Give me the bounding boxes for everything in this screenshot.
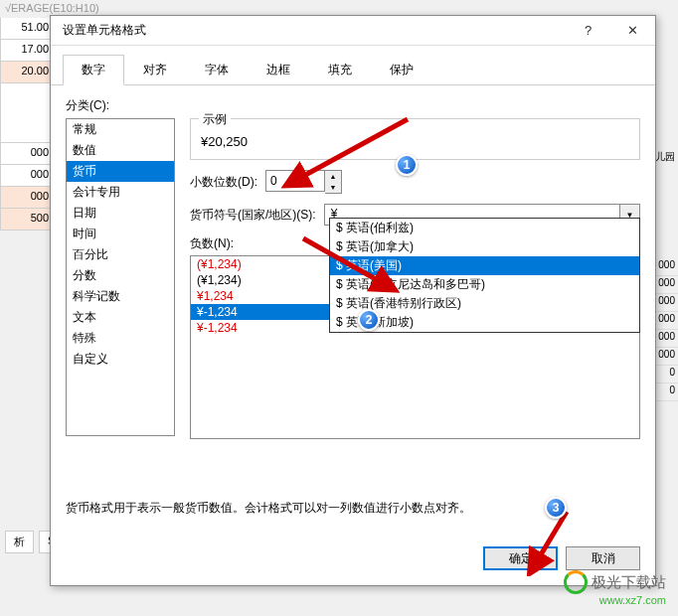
bg-cell: 000	[0, 165, 55, 187]
bg-cell: 17.00	[0, 40, 55, 62]
cat-currency[interactable]: 货币	[67, 161, 174, 182]
dd-option[interactable]: $ 英语(特立尼达岛和多巴哥)	[330, 275, 639, 294]
callout-2: 2	[358, 309, 380, 331]
tab-number[interactable]: 数字	[63, 55, 124, 85]
cancel-button[interactable]: 取消	[566, 546, 640, 570]
callout-1: 1	[396, 154, 418, 176]
bg-cell: 000	[0, 187, 55, 209]
bg-cell	[0, 83, 55, 143]
cat-time[interactable]: 时间	[67, 224, 174, 244]
format-cells-dialog: 设置单元格格式 ? ✕ 数字 对齐 字体 边框 填充 保护 分类(C): 常规 …	[50, 15, 656, 586]
tab-border[interactable]: 边框	[248, 55, 309, 85]
tab-alignment[interactable]: 对齐	[124, 55, 186, 85]
bg-cell: 20.00	[0, 62, 55, 83]
dd-option[interactable]: $ 英语(伯利兹)	[330, 219, 639, 237]
cat-percentage[interactable]: 百分比	[67, 244, 174, 265]
category-label: 分类(C):	[66, 97, 640, 114]
dialog-body: 分类(C): 常规 数值 货币 会计专用 日期 时间 百分比 分数 科学记数 文…	[51, 85, 655, 537]
cat-scientific[interactable]: 科学记数	[67, 286, 174, 307]
bg-tab[interactable]: 析	[5, 531, 34, 553]
close-icon: ✕	[627, 23, 638, 38]
ok-button[interactable]: 确定	[483, 546, 558, 570]
cat-fraction[interactable]: 分数	[67, 265, 174, 286]
formula-bar: √ERAGE(E10:H10)	[0, 0, 104, 16]
cat-general[interactable]: 常规	[67, 119, 174, 140]
tab-fill[interactable]: 填充	[309, 55, 371, 85]
close-button[interactable]: ✕	[610, 16, 655, 46]
symbol-label: 货币符号(国家/地区)(S):	[190, 207, 316, 224]
example-box: 示例 ¥20,250	[190, 118, 640, 160]
dialog-title: 设置单元格格式	[51, 22, 566, 39]
callout-3: 3	[545, 497, 567, 519]
decimal-label: 小数位数(D):	[190, 174, 257, 191]
decimal-input[interactable]	[265, 170, 325, 192]
bg-cell: 500	[0, 209, 55, 231]
cat-text[interactable]: 文本	[67, 307, 174, 328]
bg-cell: 000	[0, 143, 55, 165]
dialog-footer: 确定 取消	[51, 537, 655, 585]
dd-option-highlighted[interactable]: $ 英语(美国)	[330, 256, 639, 275]
watermark-url: www.xz7.com	[564, 594, 666, 606]
tab-font[interactable]: 字体	[186, 55, 248, 85]
titlebar: 设置单元格格式 ? ✕	[51, 16, 655, 46]
cat-date[interactable]: 日期	[67, 203, 174, 224]
tab-protection[interactable]: 保护	[371, 55, 432, 85]
tab-strip: 数字 对齐 字体 边框 填充 保护	[51, 46, 655, 85]
cat-special[interactable]: 特殊	[67, 328, 174, 349]
help-button[interactable]: ?	[566, 16, 610, 46]
cat-accounting[interactable]: 会计专用	[67, 182, 174, 203]
category-list[interactable]: 常规 数值 货币 会计专用 日期 时间 百分比 分数 科学记数 文本 特殊 自定…	[66, 118, 175, 436]
bg-cells: 51.00 17.00 20.00 000 000 000 500	[0, 18, 55, 231]
cat-custom[interactable]: 自定义	[67, 349, 174, 370]
example-value: ¥20,250	[201, 129, 629, 149]
decimal-spinner[interactable]: ▲ ▼	[265, 170, 342, 194]
bg-cell: 51.00	[0, 18, 55, 40]
right-column: 示例 ¥20,250 小数位数(D): ▲ ▼ 货币符号(国家/地区)(S):	[190, 118, 640, 482]
dd-option[interactable]: $ 英语(香港特别行政区)	[330, 294, 639, 313]
example-legend: 示例	[199, 111, 231, 128]
spinner-up-icon[interactable]: ▲	[325, 171, 341, 182]
cat-number[interactable]: 数值	[67, 140, 174, 161]
dd-option[interactable]: $ 英语(加拿大)	[330, 237, 639, 256]
spinner-down-icon[interactable]: ▼	[325, 182, 341, 193]
